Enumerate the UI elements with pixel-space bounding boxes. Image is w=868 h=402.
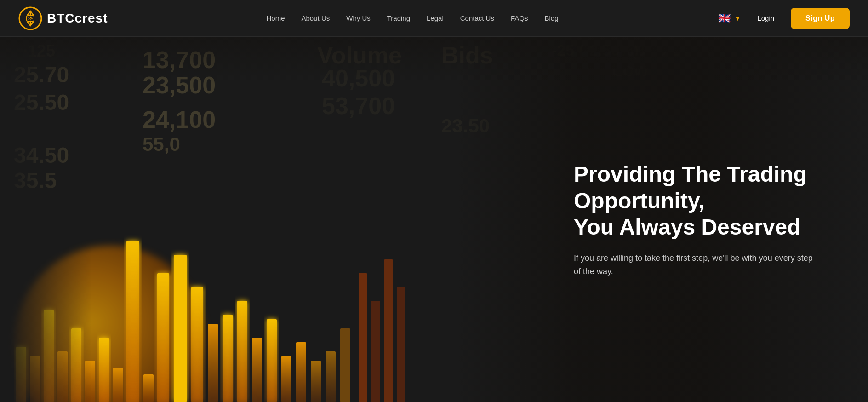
svg-rect-20 bbox=[281, 356, 291, 402]
svg-rect-16 bbox=[223, 315, 233, 402]
svg-rect-25 bbox=[359, 273, 367, 402]
svg-rect-10 bbox=[126, 241, 139, 402]
chevron-down-icon: ▼ bbox=[735, 15, 741, 22]
hero-subtext: If you are willing to take the first ste… bbox=[574, 252, 813, 278]
nav-right: 🇬🇧 ▼ Login Sign Up bbox=[717, 8, 850, 29]
left-overlay bbox=[0, 37, 92, 402]
svg-rect-19 bbox=[267, 319, 277, 402]
svg-rect-26 bbox=[371, 301, 380, 402]
svg-rect-22 bbox=[311, 361, 321, 402]
svg-rect-15 bbox=[208, 324, 218, 402]
svg-rect-28 bbox=[397, 287, 405, 402]
nav-home[interactable]: Home bbox=[267, 14, 285, 22]
svg-rect-13 bbox=[174, 255, 187, 402]
svg-rect-27 bbox=[384, 259, 393, 402]
nav-why[interactable]: Why Us bbox=[346, 14, 371, 22]
svg-rect-12 bbox=[157, 273, 169, 402]
svg-rect-17 bbox=[237, 301, 247, 402]
logo[interactable]: BTCcrest bbox=[18, 6, 108, 30]
svg-rect-18 bbox=[252, 338, 262, 402]
nav-blog[interactable]: Blog bbox=[544, 14, 558, 22]
svg-rect-8 bbox=[99, 338, 109, 402]
svg-rect-9 bbox=[113, 368, 123, 402]
svg-rect-11 bbox=[143, 374, 154, 402]
signup-button[interactable]: Sign Up bbox=[791, 8, 850, 29]
nav-links: Home About Us Why Us Trading Legal Conta… bbox=[267, 14, 559, 23]
navbar: BTCcrest Home About Us Why Us Trading Le… bbox=[0, 0, 868, 37]
login-button[interactable]: Login bbox=[750, 11, 782, 26]
svg-rect-23 bbox=[326, 351, 336, 402]
hero-content: Providing The Trading Opportunity, You A… bbox=[574, 161, 813, 278]
logo-text: BTCcrest bbox=[47, 11, 108, 26]
language-selector[interactable]: 🇬🇧 ▼ bbox=[717, 11, 741, 26]
hero-heading: Providing The Trading Opportunity, You A… bbox=[574, 161, 813, 241]
svg-rect-21 bbox=[296, 342, 306, 402]
flag-icon: 🇬🇧 bbox=[717, 11, 732, 26]
nav-faqs[interactable]: FAQs bbox=[511, 14, 528, 22]
nav-about[interactable]: About Us bbox=[302, 14, 330, 22]
nav-trading[interactable]: Trading bbox=[387, 14, 410, 22]
nav-legal[interactable]: Legal bbox=[427, 14, 444, 22]
logo-icon bbox=[18, 6, 42, 30]
hero-section: ·125 25.70 25.50 34.50 35.5 13,700 23,50… bbox=[0, 37, 868, 402]
svg-rect-14 bbox=[191, 287, 203, 402]
top-overlay bbox=[0, 37, 868, 83]
svg-rect-24 bbox=[340, 328, 350, 402]
nav-contact[interactable]: Contact Us bbox=[460, 14, 494, 22]
